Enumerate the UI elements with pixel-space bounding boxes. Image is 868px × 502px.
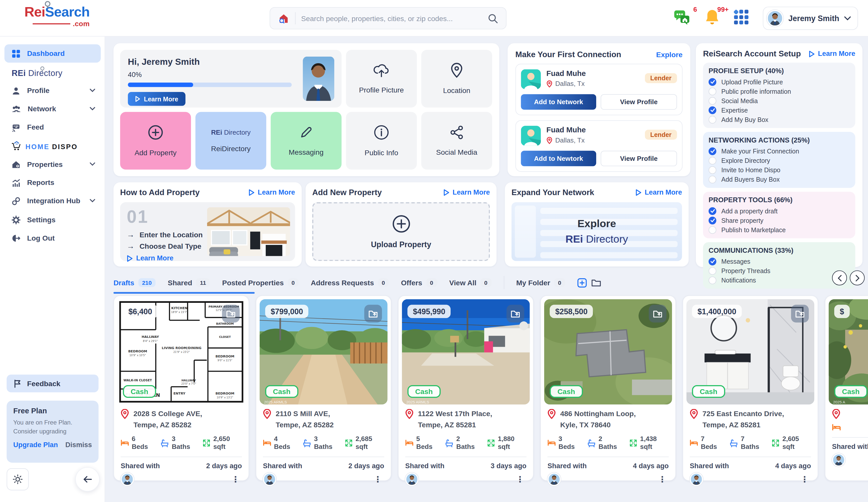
scroll-right-button[interactable] — [850, 270, 865, 285]
share-property-icon[interactable] — [649, 305, 666, 323]
tab-posted-properties[interactable]: Posted Properties0 — [222, 278, 299, 287]
explore-directory-preview[interactable]: Explore REi Directory — [512, 202, 682, 261]
feedback-button[interactable]: Feedback — [7, 374, 99, 392]
share-property-icon[interactable] — [507, 305, 524, 323]
tile-rei-directory[interactable]: REi Directory ReiDirectory — [195, 112, 266, 170]
messages-button[interactable]: 6 — [674, 9, 692, 28]
scroll-left-button[interactable] — [832, 270, 847, 285]
shared-avatar[interactable] — [547, 473, 561, 486]
notifications-button[interactable]: 99+ — [705, 9, 720, 28]
setup-checklist-item[interactable]: Add a property draft — [709, 206, 850, 215]
setup-checklist-item[interactable]: Expertise — [709, 105, 850, 114]
property-card[interactable]: $799,000 Cash 2025 ARMLS 2110 S Mill AVE… — [256, 295, 391, 481]
property-card[interactable]: $258,500 Cash 486 Nottingham Loop,Kyle, … — [540, 295, 676, 481]
sidebar-item-properties[interactable]: Properties — [4, 155, 101, 173]
shared-avatar[interactable] — [121, 473, 134, 486]
setup-item-label: Upload Profile Picture — [721, 79, 783, 85]
setup-checklist-item[interactable]: Messages — [709, 257, 850, 266]
greeting-learn-more-button[interactable]: Learn More — [128, 92, 186, 106]
property-card[interactable]: KITCHENPRIMARY BEDROOMBEDROOMHALLWAYBEDR… — [113, 295, 249, 481]
card-menu-icon[interactable]: ⋮ — [372, 474, 384, 484]
upload-property-label: Upload Property — [371, 240, 431, 249]
shared-avatar[interactable] — [690, 473, 703, 486]
beds-icon — [263, 439, 271, 446]
property-card[interactable]: $1,400,000 Cash 725 East Encanto Drive,T… — [682, 295, 818, 481]
property-image-greenery: $ Cash 2025 A — [829, 299, 868, 404]
dismiss-link[interactable]: Dismiss — [65, 441, 92, 449]
shared-avatar[interactable] — [832, 453, 845, 466]
property-card-partial[interactable]: $ Cash 2025 A Shared with — [825, 295, 868, 481]
tab-address-requests[interactable]: Address Requests0 — [311, 278, 389, 287]
sidebar-item-integration-hub[interactable]: Integration Hub — [4, 192, 101, 210]
sidebar-item-reports[interactable]: Reports — [4, 173, 101, 192]
setup-checklist-item[interactable]: Upload Profile Picture — [709, 77, 850, 87]
search-input[interactable] — [301, 14, 482, 23]
shared-avatar[interactable] — [405, 473, 418, 486]
sidebar-item-profile[interactable]: Profile — [4, 82, 101, 100]
upgrade-plan-link[interactable]: Upgrade Plan — [13, 441, 58, 449]
sidebar-item-logout[interactable]: Log Out — [4, 229, 101, 247]
tile-location[interactable]: Location — [421, 50, 492, 108]
setup-checklist-item[interactable]: Social Media — [709, 96, 850, 105]
view-profile-button[interactable]: View Profile — [601, 151, 677, 166]
property-card[interactable]: $495,990 Cash 2025 ARMLS 1122 West 17th … — [398, 295, 534, 481]
view-profile-button[interactable]: View Profile — [601, 94, 677, 110]
setup-checklist-item[interactable]: Public profile information — [709, 87, 850, 96]
share-property-icon[interactable] — [364, 305, 382, 323]
add-to-network-button[interactable]: Add to Network — [521, 94, 596, 110]
global-search[interactable] — [270, 7, 507, 29]
expand-learn-more-link[interactable]: Learn More — [635, 189, 682, 197]
search-icon[interactable] — [488, 13, 498, 23]
setup-checklist-item[interactable]: Notifications — [709, 275, 850, 285]
share-property-icon[interactable] — [791, 305, 809, 323]
reisearch-logo[interactable]: ReiSearch .com — [24, 5, 90, 27]
setup-learn-more-link[interactable]: Learn More — [809, 50, 855, 58]
shared-avatar[interactable] — [263, 473, 276, 486]
tile-add-property[interactable]: Add Property — [120, 112, 191, 170]
connection-panel-title: Make Your First Connection — [516, 50, 621, 59]
upload-property-dropzone[interactable]: Upload Property — [312, 202, 490, 261]
setup-checklist-item[interactable]: Add Buyers Buy Box — [709, 174, 850, 184]
tab-offers[interactable]: Offers0 — [401, 278, 437, 287]
tab-drafts[interactable]: Drafts210 — [113, 278, 156, 287]
howto-learn-more-link[interactable]: Learn More — [248, 189, 295, 197]
tab-shared[interactable]: Shared11 — [168, 278, 210, 287]
sidebar-item-settings[interactable]: Settings — [4, 211, 101, 229]
card-menu-icon[interactable]: ⋮ — [229, 474, 242, 484]
user-menu[interactable]: Jeremy Smith — [763, 7, 858, 30]
setup-section-property-tools: PROPERTY TOOLS (66%) Add a property draf… — [703, 192, 855, 238]
setup-checklist-item[interactable]: Publish to Marketplace — [709, 225, 850, 234]
sidebar-item-rei-directory[interactable]: REi Directory — [4, 64, 101, 82]
tile-profile-picture[interactable]: Profile Picture — [346, 50, 417, 108]
share-property-icon[interactable] — [222, 305, 240, 323]
add-folder-icon[interactable] — [577, 278, 587, 287]
apps-grid-button[interactable] — [733, 9, 750, 28]
setup-checklist-item[interactable]: Share property — [709, 215, 850, 225]
setup-checklist-item[interactable]: Property Threads — [709, 266, 850, 275]
setup-checklist-item[interactable]: Make your First Connection — [709, 146, 850, 156]
card-menu-icon[interactable]: ⋮ — [656, 474, 669, 484]
theme-toggle-button[interactable] — [7, 468, 29, 490]
sidebar-item-network[interactable]: Network — [4, 100, 101, 118]
tab-my-folder[interactable]: My Folder0 — [516, 278, 565, 287]
tile-public-info[interactable]: Public Info — [346, 112, 417, 170]
folder-icon[interactable] — [591, 278, 601, 287]
sidebar-item-dashboard[interactable]: Dashboard — [4, 44, 101, 62]
sidebar-item-home-dispo[interactable]: HOME DISPO — [4, 137, 101, 155]
explore-link[interactable]: Explore — [656, 50, 682, 58]
tab-view-all[interactable]: View All0 — [449, 278, 492, 287]
tile-messaging[interactable]: Messaging — [271, 112, 342, 170]
tile-social-media[interactable]: Social Media — [421, 112, 492, 170]
card-menu-icon[interactable]: ⋮ — [798, 474, 811, 484]
svg-text:BATHROOM: BATHROOM — [216, 322, 234, 325]
addnew-learn-more-link[interactable]: Learn More — [443, 189, 490, 197]
collapse-sidebar-button[interactable] — [75, 467, 100, 492]
setup-checklist-item[interactable]: Explore Directory — [709, 156, 850, 165]
card-menu-icon[interactable]: ⋮ — [514, 474, 526, 484]
setup-checklist-item[interactable]: Add My Buy Box — [709, 114, 850, 124]
setup-checklist-item[interactable]: Invite to Home Dispo — [709, 165, 850, 174]
setup-item-label: Notifications — [721, 277, 756, 283]
property-card-list: KITCHENPRIMARY BEDROOMBEDROOMHALLWAYBEDR… — [105, 295, 868, 486]
sidebar-item-feed[interactable]: Feed — [4, 118, 101, 137]
add-to-network-button[interactable]: Add to Newtork — [521, 151, 596, 166]
